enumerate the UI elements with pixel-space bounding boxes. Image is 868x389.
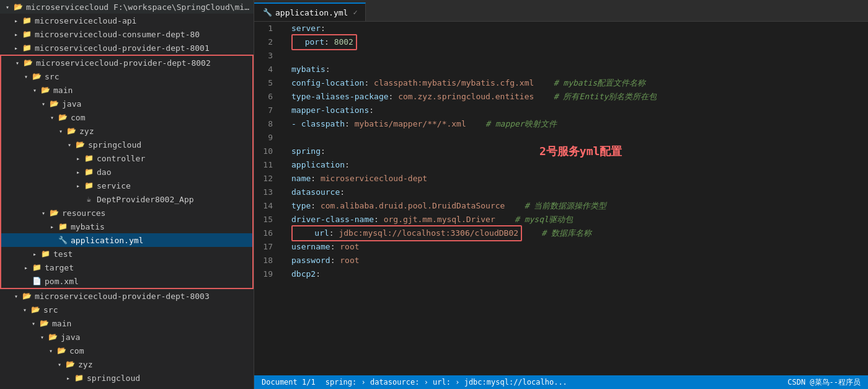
folder-icon (83, 181, 94, 190)
line-number: 18 (254, 254, 279, 267)
yaml-key: password (291, 254, 330, 267)
code-line: application: (291, 158, 868, 172)
tree-item-main8002[interactable]: main (1, 83, 252, 97)
tree-item-label: main (52, 319, 71, 328)
tree-item-label: pom.xml (45, 277, 79, 286)
active-tab[interactable]: application.yml ✓ (254, 2, 366, 21)
tree-item-label: DeptProvider8002_App (97, 195, 194, 204)
open-folder-icon (47, 333, 58, 341)
tree-item-pomxml8002[interactable]: pom.xml (1, 274, 252, 288)
tree-arrow (21, 73, 31, 80)
tree-item-provider8001[interactable]: microservicecloud-provider-dept-8001 (0, 41, 254, 55)
open-folder-icon (66, 127, 77, 135)
tree-item-provider8003[interactable]: microservicecloud-provider-dept-8003 (0, 289, 254, 303)
java-file-icon (83, 195, 94, 203)
annotation-label: 2号服务yml配置 (539, 145, 622, 158)
tree-item-label: microservicecloud-consumer-dept-80 (35, 30, 200, 39)
tree-arrow (38, 101, 48, 107)
tree-arrow (47, 114, 57, 121)
tree-item-label: service (97, 181, 131, 190)
tree-item-deptprovider8002[interactable]: DeptProvider8002_App (1, 192, 252, 206)
tree-item-consumer80[interactable]: microservicecloud-consumer-dept-80 (0, 27, 254, 41)
yaml-colon: : (345, 117, 355, 131)
code-line: mybatis: (291, 63, 868, 76)
tree-arrow (12, 60, 22, 66)
tree-item-label: resources (62, 208, 105, 218)
tree-item-controller8002[interactable]: controller (1, 151, 252, 165)
tree-item-src8002[interactable]: src (1, 69, 252, 83)
yml-file-icon (57, 236, 68, 244)
tree-arrow (38, 210, 48, 217)
code-line: username: root (291, 240, 868, 254)
yaml-colon: : (330, 240, 340, 254)
ide-layout: microservicecloud F:\workspace\SpringClo… (0, 0, 868, 389)
tree-item-provider8002[interactable]: microservicecloud-provider-dept-8002 (1, 56, 252, 69)
code-line: spring: 2号服务yml配置 (291, 145, 868, 158)
tree-item-label: springcloud (88, 140, 141, 150)
code-line (291, 49, 868, 63)
yaml-key: dbcp2 (291, 267, 316, 281)
xml-file-icon (31, 277, 42, 285)
tree-item-springcloud8002[interactable]: springcloud (1, 138, 252, 151)
yaml-colon: : (330, 254, 340, 267)
tree-arrow (11, 17, 21, 24)
code-area[interactable]: server: port: 8002mybatis: config-locati… (285, 22, 868, 375)
tree-item-service8002[interactable]: service (1, 179, 252, 192)
tree-item-com8002[interactable]: com (1, 110, 252, 124)
line-number: 19 (254, 267, 279, 281)
open-folder-icon (48, 99, 60, 108)
tree-arrow (47, 223, 57, 230)
tree-item-applicationyml8002[interactable]: application.yml (1, 233, 252, 247)
yaml-colon: : (311, 172, 321, 186)
line-number: 7 (254, 104, 279, 117)
yaml-value: root (340, 240, 359, 254)
tree-item-main8003[interactable]: main (0, 316, 254, 330)
code-line: datasource: (291, 186, 868, 199)
folder-icon (21, 30, 32, 38)
yaml-key: driver-class-name (291, 213, 374, 226)
tree-item-src8003[interactable]: src (0, 303, 254, 316)
code-line: dbcp2: (291, 267, 868, 281)
folder-icon (57, 222, 68, 231)
yaml-key: config-location (291, 76, 364, 90)
tree-item-resources8002[interactable]: resources (1, 206, 252, 220)
tree-arrow (29, 320, 38, 327)
open-folder-icon (31, 72, 42, 81)
code-line: name: microservicecloud-dept (291, 172, 868, 186)
line-number: 3 (254, 49, 279, 63)
tree-item-test8002[interactable]: test (1, 247, 252, 261)
yaml-colon: : (321, 22, 330, 35)
line-number: 1 (254, 22, 279, 35)
line-number: 8 (254, 117, 279, 131)
tree-item-zyz8002[interactable]: zyz (1, 124, 252, 138)
yaml-colon: : (364, 76, 374, 90)
tree-item-com8003[interactable]: com (0, 344, 254, 357)
code-line: password: root (291, 254, 868, 267)
comment-text: # 数据库名称 (522, 226, 591, 240)
tree-item-label: target (45, 263, 74, 272)
line-number: 11 (254, 158, 279, 172)
tree-item-label: microservicecloud-api (35, 16, 136, 25)
line-number: 9 (254, 131, 279, 145)
line-number: 6 (254, 90, 279, 104)
tree-arrow (11, 293, 21, 300)
tree-item-label: microservicecloud-provider-dept-8003 (35, 292, 210, 301)
yaml-value: jdbc:mysql://localhost:3306/cloudDB02 (339, 228, 518, 238)
tree-item-zyz8003[interactable]: zyz (0, 357, 254, 371)
tree-item-api[interactable]: microservicecloud-api (0, 14, 254, 27)
yaml-key: datasource (291, 186, 340, 199)
status-left: Document 1/1 spring: › datasource: › url… (262, 378, 567, 387)
tree-item-java8003[interactable]: java (0, 330, 254, 344)
tree-item-springcloud8003[interactable]: springcloud (0, 371, 254, 385)
comment-text: # 当前数据源操作类型 (505, 199, 606, 213)
breadcrumb-path: spring: › datasource: › url: › jdbc:mysq… (326, 378, 567, 387)
tree-item-java8002[interactable]: java (1, 97, 252, 110)
tree-item-target8002[interactable]: target (1, 261, 252, 274)
brand-label: CSDN @菜鸟--程序员 (787, 377, 861, 388)
tree-item-mybatis8002[interactable]: mybatis (1, 220, 252, 233)
tree-item-dao8002[interactable]: dao (1, 165, 252, 179)
tree-item-root[interactable]: microservicecloud F:\workspace\SpringClo… (0, 0, 254, 14)
tree-item-label: src (45, 72, 59, 81)
tree-item-label: springcloud (87, 373, 140, 383)
tree-arrow (21, 264, 31, 271)
